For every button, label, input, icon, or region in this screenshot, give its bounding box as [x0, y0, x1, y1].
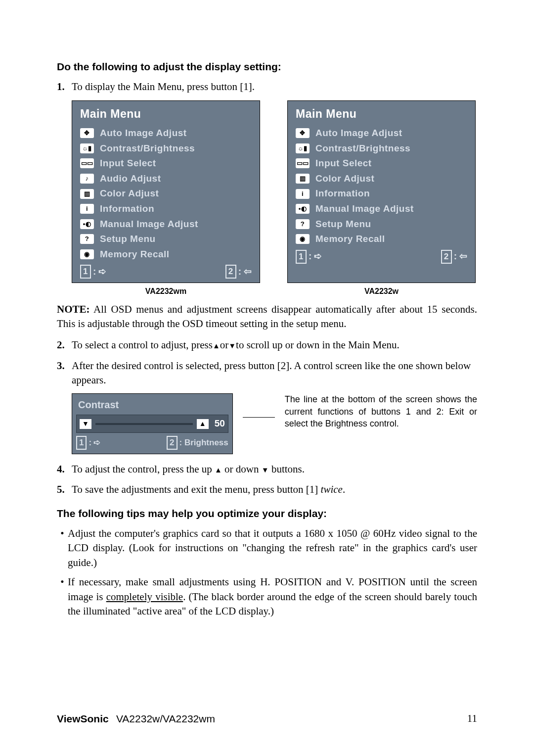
osd-contrast-screen: Contrast ▼ ▲ 50 1: 2: Brightness [72, 393, 233, 454]
page-footer: ViewSonic VA2232w/VA2232wm 11 [57, 711, 477, 726]
tip-2: • If necessary, make small adjustments u… [57, 575, 477, 618]
step-1: 1. To display the Main Menu, press butto… [57, 80, 477, 94]
osd-menu-item: ☼▮Contrast/Brightness [77, 141, 255, 156]
slider-value: 50 [213, 417, 225, 430]
contrast-example-row: Contrast ▼ ▲ 50 1: 2: Brightness The lin… [72, 393, 477, 454]
step-text: To save the adjustments and exit the men… [72, 482, 477, 497]
setup-icon: ? [80, 234, 94, 244]
tip-text: Adjust the computer's graphics card so t… [68, 526, 477, 570]
osd-menu-item: •◐Manual Image Adjust [293, 201, 470, 217]
tip-1: • Adjust the computer's graphics card so… [57, 526, 477, 570]
osd-item-label: Input Select [100, 157, 156, 170]
osd-menu-item: ▭▭Input Select [293, 156, 470, 171]
bullet-icon: • [57, 526, 68, 570]
osd-menu-item: •◐Manual Image Adjust [77, 217, 255, 232]
osd-item-label: Input Select [315, 157, 372, 170]
osd-menus-row: Main Menu ✥Auto Image Adjust☼▮Contrast/B… [72, 100, 477, 283]
exit-icon [93, 437, 100, 449]
osd-main-menu-right: Main Menu ✥Auto Image Adjust☼▮Contrast/B… [287, 100, 476, 283]
contrast-footer: 1: 2: Brightness [76, 433, 228, 450]
osd-menu-item: iInformation [293, 186, 470, 201]
osd-item-label: Information [315, 187, 370, 200]
osd-item-label: Setup Menu [100, 233, 156, 246]
osd-menu-item: ♪Audio Adjust [77, 171, 255, 187]
model-label-right: VA2232w [287, 286, 476, 297]
osd-foot-key-1: 1: [80, 265, 106, 279]
osd-foot-key-1: 1: [296, 250, 322, 264]
step-number: 1. [57, 80, 72, 94]
step-number: 3. [57, 359, 72, 388]
manual-icon: •◐ [296, 204, 310, 214]
up-arrow-icon [215, 463, 222, 475]
step-text: After the desired control is selected, p… [72, 359, 477, 388]
input-icon: ▭▭ [80, 158, 94, 168]
osd-foot-key-2: 2: [225, 265, 252, 279]
osd-footer: 1: 2: [77, 262, 255, 280]
callout-text: The line at the bottom of the screen sho… [285, 393, 477, 429]
contrast-icon: ☼▮ [80, 143, 94, 153]
osd-title: Main Menu [77, 104, 255, 126]
note-text: All OSD menus and adjustment screens dis… [57, 303, 477, 330]
footer-models: VA2232w/VA2232wm [116, 713, 215, 724]
auto-adjust-icon: ✥ [296, 128, 310, 138]
osd-item-label: Information [100, 202, 154, 216]
slider-up-icon: ▲ [197, 419, 209, 429]
osd-foot-key-2: 2: [441, 250, 467, 264]
step-4: 4. To adjust the control, press the up o… [57, 462, 477, 476]
memory-icon: ◉ [80, 249, 94, 259]
info-icon: i [296, 189, 310, 199]
step-3: 3. After the desired control is selected… [57, 359, 477, 388]
audio-icon: ♪ [80, 174, 94, 184]
osd-menu-item: ▭▭Input Select [77, 156, 255, 171]
down-arrow-icon [228, 339, 236, 351]
osd-item-label: Memory Recall [315, 233, 385, 246]
model-label-left: VA2232wm [72, 286, 260, 297]
bullet-icon: • [57, 575, 68, 618]
manual-icon: •◐ [80, 219, 94, 229]
step-2: 2. To select a control to adjust, presso… [57, 338, 477, 352]
enter-icon [244, 265, 252, 279]
slider-down-icon: ▼ [80, 419, 91, 429]
osd-item-label: Contrast/Brightness [100, 142, 195, 155]
exit-icon [314, 250, 322, 263]
osd-menu-item: ▥Color Adjust [77, 186, 255, 201]
step-text: To display the Main Menu, press button [… [72, 80, 477, 94]
osd-menu-item: iInformation [77, 201, 255, 217]
osd-item-label: Color Adjust [100, 187, 159, 200]
down-arrow-icon [262, 463, 269, 475]
osd-menu-item: ◉Memory Recall [293, 232, 470, 247]
note-paragraph: NOTE: All OSD menus and adjustment scree… [57, 302, 477, 331]
step-text: To select a control to adjust, pressorto… [72, 338, 477, 352]
osd-item-label: Auto Image Adjust [315, 127, 402, 140]
setup-icon: ? [296, 219, 310, 229]
osd-menu-item: ✥Auto Image Adjust [77, 126, 255, 141]
tips-heading: The following tips may help you optimize… [57, 506, 477, 520]
osd-item-label: Auto Image Adjust [100, 127, 187, 140]
osd-footer: 1: 2: [293, 247, 470, 265]
osd-item-label: Memory Recall [100, 248, 170, 261]
contrast-icon: ☼▮ [296, 143, 310, 153]
auto-adjust-icon: ✥ [80, 128, 94, 138]
section-heading: Do the following to adjust the display s… [57, 59, 477, 74]
osd-item-label: Manual Image Adjust [100, 218, 198, 231]
step-number: 4. [57, 462, 72, 476]
osd-item-label: Audio Adjust [100, 172, 161, 186]
osd-item-label: Manual Image Adjust [315, 202, 414, 216]
contrast-slider: ▼ ▲ 50 [76, 415, 228, 433]
color-icon: ▥ [80, 189, 94, 199]
osd-menu-item: ▥Color Adjust [293, 171, 470, 187]
exit-icon [98, 265, 107, 279]
osd-item-label: Color Adjust [315, 172, 374, 186]
footer-brand: ViewSonic [57, 713, 109, 724]
step-number: 5. [57, 482, 72, 497]
color-icon: ▥ [296, 174, 310, 184]
step-text: To adjust the control, press the up or d… [72, 462, 477, 476]
page-number: 11 [467, 711, 477, 726]
step-5: 5. To save the adjustments and exit the … [57, 482, 477, 497]
osd-menu-item: ☼▮Contrast/Brightness [293, 141, 470, 156]
osd-title: Main Menu [293, 104, 470, 126]
slider-track [95, 423, 193, 425]
contrast-foot-2: 2: Brightness [167, 436, 228, 450]
osd-menu-item: ✥Auto Image Adjust [293, 126, 470, 141]
tip-text: If necessary, make small adjustments usi… [68, 575, 477, 618]
